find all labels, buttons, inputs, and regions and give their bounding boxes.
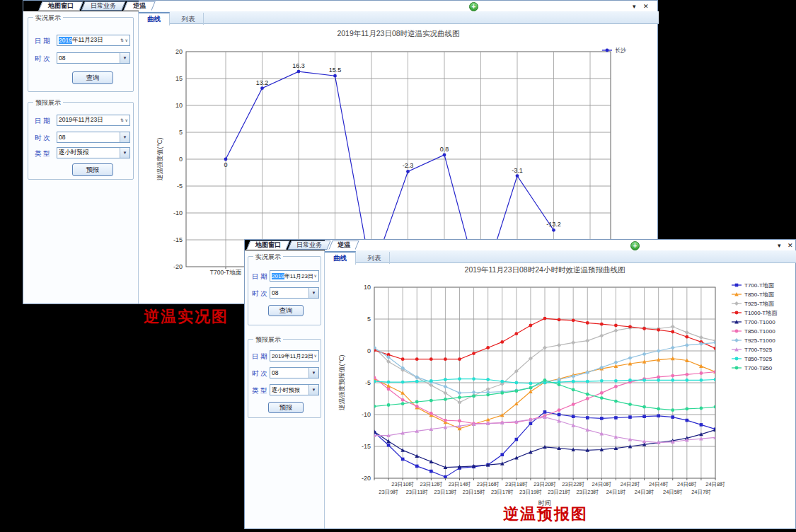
viewtab-curve[interactable]: 曲线 [325,251,356,265]
desktop: 地图窗口 日常业务 逆温 + ▾ ✕ 实况展示 日 期 2019年11月23日 … [0,0,796,532]
group-title: 预报展示 [33,98,63,108]
viewtab-list[interactable]: 列表 [359,252,390,264]
tab-label: 地图窗口 [40,1,81,11]
tab-inversion[interactable]: 逆温 [125,1,154,11]
svg-text:0.8: 0.8 [440,146,449,153]
dropdown-icon[interactable]: ▼ [308,288,318,298]
add-button[interactable]: + [630,241,640,250]
fc-date-field[interactable]: 2019年11月23日 ⇅ ∨ [57,115,130,126]
tab-map-window[interactable]: 地图窗口 [40,1,81,11]
time-value: 08 [272,369,278,376]
fc-date-field[interactable]: 2019年11月23日 ∨ [270,350,319,362]
viewtab-curve[interactable]: 曲线 [139,12,170,25]
front-window: 地图窗口 日常业务 逆温 + ▾ ✕ 实况展示 日 期 2019年11月23日 … [244,239,796,529]
fc-type-combo[interactable]: 逐小时预报 ▼ [57,147,130,158]
svg-text:24日2时: 24日2时 [621,481,640,487]
svg-text:10: 10 [175,102,183,109]
svg-text:-3.1: -3.1 [512,167,523,174]
viewtab-list[interactable]: 列表 [173,13,204,25]
svg-text:-5: -5 [365,379,371,386]
front-viewtab-bar: 曲线 列表 [325,250,796,263]
svg-text:T850-T地面: T850-T地面 [744,291,775,298]
date-label: 日 期 [252,352,267,362]
query-button[interactable]: 查询 [268,305,304,316]
dropdown-icon[interactable]: ▼ [308,368,318,378]
svg-text:13.2: 13.2 [256,79,269,86]
svg-text:15.5: 15.5 [329,66,342,74]
live-date-field[interactable]: 2019年11月23日 ⇅ ∨ [57,35,130,46]
date-value: 2019年11月23日 [59,116,103,125]
back-control-panel: 实况展示 日 期 2019年11月23日 ⇅ ∨ 时 次 08 ▼ 查询 预报展… [23,11,139,303]
close-icon[interactable]: ✕ [788,242,793,249]
svg-text:23日20时: 23日20时 [533,481,556,487]
svg-text:T700-T地面: T700-T地面 [210,269,242,276]
time-value: 08 [59,134,65,141]
fc-type-combo[interactable]: 逐小时预报 ▼ [270,384,319,395]
live-display-group: 实况展示 日 期 2019年11月23日 ∨ 时 次 08 ▼ 查询 [248,256,321,325]
dropdown-icon[interactable]: ▼ [120,148,129,158]
tab-label: 地图窗口 [248,241,288,250]
svg-text:T850-T1000: T850-T1000 [744,328,775,335]
svg-text:24日6时: 24日6时 [677,481,697,487]
tab-daily-business[interactable]: 日常业务 [83,1,124,11]
svg-text:-15: -15 [362,443,371,450]
tab-map-window[interactable]: 地图窗口 [248,241,288,250]
svg-text:T700-T850: T700-T850 [744,365,773,371]
tab-label: 日常业务 [289,241,329,250]
date-spinner-icon[interactable]: ⇅ ∨ [120,38,128,42]
time-value: 08 [59,54,65,62]
svg-text:T700-T1000: T700-T1000 [744,319,775,325]
svg-text:24日7时: 24日7时 [691,489,711,495]
svg-text:23日10时: 23日10时 [391,481,414,487]
forecast-button[interactable]: 预报 [268,402,304,413]
time-label: 时 次 [35,54,50,64]
svg-text:20: 20 [175,48,183,55]
svg-text:23日19时: 23日19时 [519,489,542,495]
collapse-icon[interactable]: ▾ [778,242,781,249]
dropdown-icon[interactable]: ▼ [120,53,129,63]
tab-inversion[interactable]: 逆温 [330,241,357,250]
svg-text:24日8时: 24日8时 [705,481,725,487]
svg-text:15: 15 [175,75,183,82]
svg-text:0: 0 [367,347,371,354]
query-button[interactable]: 查询 [72,71,113,84]
svg-text:T700-T地面: T700-T地面 [744,282,775,289]
live-time-combo[interactable]: 08 ▼ [57,52,130,64]
svg-text:5: 5 [179,129,183,136]
collapse-icon[interactable]: ▾ [633,3,636,10]
svg-text:-10: -10 [173,209,183,216]
forecast-button[interactable]: 预报 [72,163,113,176]
svg-text:5: 5 [367,316,371,323]
tab-label: 逆温 [125,1,154,11]
svg-text:24日4时: 24日4时 [649,481,669,487]
svg-text:23日9时: 23日9时 [379,489,398,495]
dropdown-icon[interactable]: ▼ [308,385,318,395]
svg-text:-13.2: -13.2 [546,221,561,228]
live-chart-caption: 逆温实况图 [144,306,229,328]
svg-text:逆温强度值(℃): 逆温强度值(℃) [156,137,163,180]
fc-time-combo[interactable]: 08 ▼ [57,132,130,143]
svg-text:24日0时: 24日0时 [592,481,612,487]
fc-time-combo[interactable]: 08 ▼ [270,367,319,378]
type-label: 类 型 [252,386,267,395]
date-year: 2019 [59,37,72,44]
date-year: 2019 [272,273,284,279]
svg-text:24日5时: 24日5时 [663,489,683,495]
time-label: 时 次 [252,289,267,299]
tab-daily-business[interactable]: 日常业务 [289,241,329,250]
date-spinner-icon[interactable]: ∨ [314,274,317,278]
date-label: 日 期 [35,117,50,126]
date-spinner-icon[interactable]: ⇅ ∨ [120,118,128,122]
svg-text:-15: -15 [173,236,183,243]
close-icon[interactable]: ✕ [643,3,649,10]
svg-text:0: 0 [224,161,227,168]
add-button[interactable]: + [469,2,478,11]
live-time-combo[interactable]: 08 ▼ [270,287,319,299]
dropdown-icon[interactable]: ▼ [120,132,129,142]
date-spinner-icon[interactable]: ∨ [314,354,317,358]
svg-text:T1000-T地面: T1000-T地面 [744,310,778,316]
live-date-field[interactable]: 2019年11月23日 ∨ [270,270,319,282]
svg-text:T850-T925: T850-T925 [744,356,773,362]
forecast-display-group: 预报展示 日 期 2019年11月23日 ⇅ ∨ 时 次 08 ▼ 类 型 逐小… [28,102,134,180]
svg-text:逆温强度预报值(℃): 逆温强度预报值(℃) [338,354,345,410]
